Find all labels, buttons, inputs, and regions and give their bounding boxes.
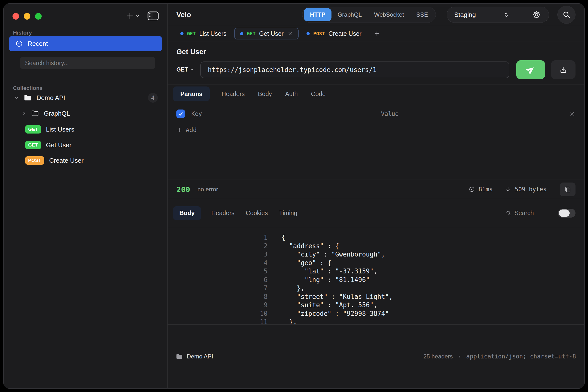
sidebar-item-list-users[interactable]: GET List Users [4,122,168,137]
sidebar-item-demo-api[interactable]: Demo API 4 [4,90,168,106]
request-tab-get-user[interactable]: GET Get User [234,28,299,40]
response-subtabs: Body Headers Cookies Timing Search [168,199,584,227]
history-search-input[interactable] [20,57,155,69]
toggle-knob [559,210,570,217]
param-key-input[interactable] [191,110,374,117]
add-param-label: Add [186,126,197,134]
folder-icon [176,354,183,360]
plus-icon [374,30,380,37]
code-line: "zipcode" : "92998-3874" [282,310,584,318]
chevron-right-icon[interactable] [22,111,27,116]
new-tab-button[interactable] [374,30,380,37]
environment-selector[interactable]: Staging [447,6,549,23]
zoom-window-button[interactable] [35,13,42,20]
folder-name: GraphQL [44,110,70,117]
param-value-input[interactable] [381,110,564,117]
arrow-down-icon [505,186,511,192]
unsaved-dot-icon [306,32,310,35]
code-line: }, [282,318,584,324]
params-editor: Add [168,103,584,180]
tab-body[interactable]: Body [256,90,274,98]
request-subtabs: Params Headers Body Auth Code [168,85,584,103]
protocol-tab-graphql[interactable]: GraphQL [332,8,368,21]
statusbar-collection: Demo API [187,353,213,360]
protocol-tab-http[interactable]: HTTP [304,8,332,21]
tab-params[interactable]: Params [173,86,210,101]
protocol-tab-sse[interactable]: SSE [410,8,434,21]
download-icon [559,66,568,74]
close-tab-icon[interactable] [288,31,293,36]
headers-count: 25 headers [423,353,453,360]
up-down-chevron-icon [503,11,510,18]
status-code: 200 [176,185,190,194]
response-time: 81ms [478,186,493,193]
copy-response-button[interactable] [560,182,576,196]
folder-outline-icon [31,110,39,117]
response-status-bar: 200 no error 81ms 509 bytes [168,180,584,199]
clock-icon [469,186,475,192]
param-enabled-checkbox[interactable] [176,110,185,118]
remove-param-icon[interactable] [569,111,576,117]
tab-response-headers[interactable]: Headers [210,210,236,216]
url-input[interactable] [200,62,509,78]
app-window: History Recent Collections Demo API 4 [4,4,584,388]
code-line: }, [282,284,584,292]
pretty-print-toggle[interactable] [558,209,576,218]
sidebar-item-recent[interactable]: Recent [9,36,162,51]
line-number: 5 [168,267,268,276]
download-button[interactable] [551,60,576,79]
response-body-gutter: 1234567891011 [168,227,274,324]
response-search-button[interactable]: Search [506,210,534,216]
tab-auth[interactable]: Auth [284,90,299,98]
tab-response-body[interactable]: Body [173,206,201,220]
tab-name: List Users [199,30,226,37]
chevron-down-icon[interactable] [14,95,19,100]
method-dropdown[interactable]: GET [176,66,194,73]
protocol-tab-websocket[interactable]: WebSocket [368,8,410,21]
send-button[interactable] [516,60,545,79]
method-badge-get: GET [25,125,41,134]
code-line: "street" : "Kulas Light", [282,292,584,301]
code-line: "address" : { [282,242,584,250]
clock-icon [16,40,23,47]
search-icon [506,210,512,216]
request-tab-list-users[interactable]: GET List Users [175,28,232,40]
sidebar-item-get-user[interactable]: GET Get User [4,137,168,153]
request-header: Get User GET [168,42,584,85]
method-badge-post: POST [25,156,44,165]
dot-separator-icon [459,356,460,358]
tab-response-timing[interactable]: Timing [278,210,298,216]
request-name: Get User [46,141,72,149]
sidebar-item-graphql[interactable]: GraphQL [4,106,168,121]
minimize-window-button[interactable] [24,13,30,20]
tab-method: GET [247,30,256,36]
request-tab-create-user[interactable]: POST Create User [301,28,367,40]
new-request-button[interactable] [126,12,140,20]
code-line: "lng" : "81.1496" [282,276,584,284]
protocol-segmented-control: HTTP GraphQL WebSocket SSE [302,6,436,23]
history-section-label: History [13,30,32,36]
paper-plane-icon [524,64,537,76]
tab-name: Get User [259,30,284,37]
sidebar-item-create-user[interactable]: POST Create User [4,153,168,168]
add-param-button[interactable]: Add [176,126,206,134]
tab-code[interactable]: Code [310,90,327,98]
line-number: 6 [168,276,268,284]
tab-headers[interactable]: Headers [220,90,246,98]
main-panel: Velo HTTP GraphQL WebSocket SSE Staging [168,4,584,388]
collection-name: Demo API [36,94,65,102]
line-number: 11 [168,318,268,324]
toggle-sidebar-button[interactable] [147,11,159,21]
request-name: Create User [49,157,84,164]
global-search-button[interactable] [558,6,576,24]
check-icon [178,111,184,117]
code-line: "lat" : "-37.3159", [282,267,584,276]
sidebar-panel-icon [147,11,159,21]
tab-method: POST [313,30,325,36]
environment-name: Staging [454,11,476,18]
response-body-viewer[interactable]: 1234567891011 { "address" : { "city" : "… [168,227,584,324]
gear-icon[interactable] [532,10,542,20]
method-label: GET [176,66,188,73]
close-window-button[interactable] [12,13,19,20]
tab-response-cookies[interactable]: Cookies [245,210,269,216]
